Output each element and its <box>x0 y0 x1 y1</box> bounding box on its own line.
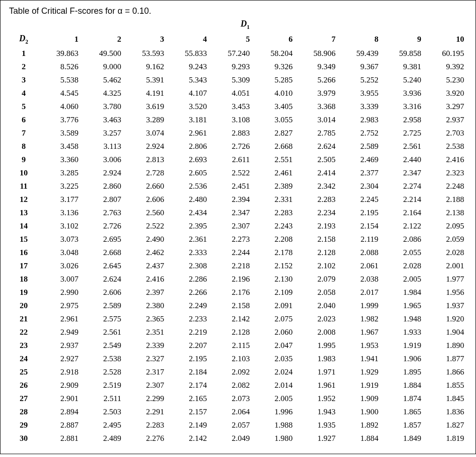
value-cell: 2.035 <box>253 352 295 366</box>
value-cell: 55.833 <box>167 47 210 60</box>
value-cell: 2.752 <box>339 127 381 140</box>
value-cell: 2.380 <box>124 299 167 312</box>
value-cell: 2.049 <box>210 432 253 445</box>
value-cell: 3.297 <box>424 100 467 113</box>
value-cell: 2.728 <box>124 166 167 180</box>
value-cell: 2.414 <box>295 166 338 180</box>
value-cell: 2.001 <box>424 259 467 273</box>
value-cell: 2.395 <box>167 219 210 233</box>
table-row: 63.7763.4633.2893.1813.1083.0553.0142.98… <box>9 113 467 127</box>
value-cell: 1.877 <box>424 352 467 366</box>
value-cell: 1.999 <box>339 299 381 312</box>
table-row: 282.8942.5032.2912.1572.0641.9961.9431.9… <box>9 405 467 419</box>
value-cell: 2.726 <box>81 219 124 233</box>
value-cell: 1.892 <box>339 419 381 432</box>
value-cell: 60.195 <box>424 47 467 60</box>
value-cell: 1.937 <box>424 299 467 312</box>
value-cell: 9.243 <box>167 60 210 73</box>
value-cell: 2.522 <box>210 166 253 180</box>
value-cell: 5.462 <box>81 73 124 87</box>
value-cell: 2.184 <box>167 366 210 379</box>
value-cell: 9.000 <box>81 60 124 73</box>
table-row: 153.0732.6952.4902.3612.2732.2082.1582.1… <box>9 233 467 246</box>
table-title: Table of Critical F-scores for α = 0.10. <box>9 6 467 16</box>
value-cell: 1.836 <box>424 405 467 419</box>
value-cell: 2.394 <box>210 193 253 206</box>
value-cell: 2.248 <box>424 180 467 193</box>
value-cell: 2.164 <box>381 206 424 219</box>
row-label: 18 <box>9 273 38 286</box>
value-cell: 2.958 <box>381 113 424 127</box>
value-cell: 3.289 <box>124 113 167 127</box>
header-row: D2 12345678910 <box>9 32 467 47</box>
value-cell: 2.103 <box>210 352 253 366</box>
value-cell: 3.006 <box>81 153 124 166</box>
value-cell: 2.909 <box>38 379 81 392</box>
row-label: 25 <box>9 366 38 379</box>
value-cell: 2.193 <box>295 219 338 233</box>
value-cell: 4.545 <box>38 87 81 100</box>
table-row: 183.0072.6242.4162.2862.1962.1302.0792.0… <box>9 273 467 286</box>
value-cell: 2.214 <box>381 193 424 206</box>
value-cell: 3.360 <box>38 153 81 166</box>
row-label: 3 <box>9 73 38 87</box>
value-cell: 3.285 <box>38 166 81 180</box>
row-label: 17 <box>9 259 38 273</box>
value-cell: 3.074 <box>124 127 167 140</box>
value-cell: 3.108 <box>210 113 253 127</box>
value-cell: 2.961 <box>167 127 210 140</box>
value-cell: 9.367 <box>339 60 381 73</box>
value-cell: 2.924 <box>81 166 124 180</box>
value-cell: 1.827 <box>424 419 467 432</box>
value-cell: 2.158 <box>295 233 338 246</box>
value-cell: 2.725 <box>381 127 424 140</box>
value-cell: 3.453 <box>210 100 253 113</box>
value-cell: 2.645 <box>81 259 124 273</box>
row-label: 29 <box>9 419 38 432</box>
value-cell: 1.929 <box>339 366 381 379</box>
d2-subscript: 2 <box>26 38 28 45</box>
value-cell: 3.026 <box>38 259 81 273</box>
row-label: 13 <box>9 206 38 219</box>
value-cell: 2.437 <box>124 259 167 273</box>
table-row: 139.86349.50053.59355.83357.24058.20458.… <box>9 47 467 60</box>
table-row: 113.2252.8602.6602.5362.4512.3892.3422.3… <box>9 180 467 193</box>
row-label: 19 <box>9 286 38 299</box>
value-cell: 1.920 <box>424 312 467 326</box>
value-cell: 2.038 <box>339 273 381 286</box>
value-cell: 5.230 <box>424 73 467 87</box>
table-row: 35.5385.4625.3915.3435.3095.2855.2665.25… <box>9 73 467 87</box>
value-cell: 2.005 <box>253 392 295 405</box>
value-cell: 3.619 <box>124 100 167 113</box>
value-cell: 2.157 <box>167 405 210 419</box>
f-table: D2 12345678910 139.86349.50053.59355.833… <box>9 32 467 446</box>
value-cell: 2.434 <box>167 206 210 219</box>
value-cell: 1.941 <box>339 352 381 366</box>
value-cell: 2.726 <box>210 140 253 153</box>
value-cell: 5.285 <box>253 73 295 87</box>
value-cell: 2.961 <box>38 312 81 326</box>
value-cell: 2.102 <box>295 259 338 273</box>
table-row: 163.0482.6682.4622.3332.2442.1782.1282.0… <box>9 246 467 259</box>
value-cell: 1.952 <box>295 392 338 405</box>
value-cell: 1.933 <box>381 326 424 339</box>
value-cell: 3.073 <box>38 233 81 246</box>
value-cell: 2.695 <box>81 233 124 246</box>
value-cell: 2.274 <box>381 180 424 193</box>
value-cell: 1.857 <box>381 419 424 432</box>
value-cell: 1.919 <box>339 379 381 392</box>
value-cell: 59.858 <box>381 47 424 60</box>
table-body: 139.86349.50053.59355.83357.24058.20458.… <box>9 47 467 445</box>
value-cell: 1.927 <box>295 432 338 445</box>
value-cell: 2.266 <box>167 286 210 299</box>
row-label: 6 <box>9 113 38 127</box>
value-cell: 2.522 <box>124 219 167 233</box>
row-label: 21 <box>9 312 38 326</box>
value-cell: 2.549 <box>81 339 124 352</box>
value-cell: 2.195 <box>167 352 210 366</box>
column-header: 6 <box>253 32 295 47</box>
value-cell: 2.088 <box>339 246 381 259</box>
row-label: 5 <box>9 100 38 113</box>
value-cell: 1.906 <box>381 352 424 366</box>
value-cell: 2.283 <box>295 193 338 206</box>
